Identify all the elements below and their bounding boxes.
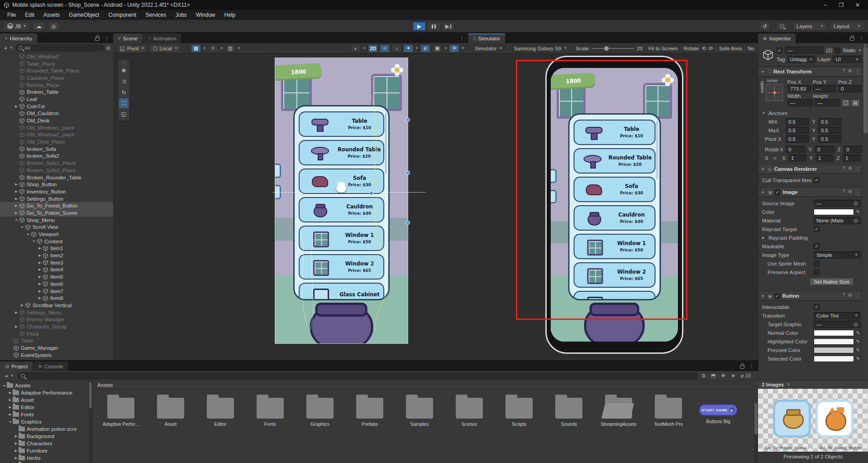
hierarchy-item[interactable]: Settings_Menu bbox=[0, 309, 113, 316]
rotation-x-field[interactable]: 0 bbox=[786, 146, 806, 153]
kebab-menu-icon[interactable]: ⋮ bbox=[855, 166, 861, 172]
game-canvas[interactable]: 1800 Table Price: $10 bbox=[275, 58, 408, 343]
foldout-arrow-icon[interactable]: ▶ bbox=[762, 236, 767, 240]
interactable-checkbox[interactable] bbox=[814, 304, 820, 310]
expand-arrow-icon[interactable] bbox=[14, 456, 19, 460]
pivot-dropdown[interactable]: ◱ Pivot▼ bbox=[117, 44, 148, 53]
menu-item[interactable]: Component bbox=[104, 10, 141, 20]
gizmos-dropdown-caret[interactable]: ▼ bbox=[461, 46, 465, 50]
foldout-arrow-icon[interactable]: ▼ bbox=[761, 70, 766, 73]
hierarchy-item[interactable]: Viewport bbox=[0, 231, 113, 238]
anchor-max-x-field[interactable]: 0.5 bbox=[786, 127, 809, 134]
rect-transform-header[interactable]: ▼ ⛶ Rect Transform ?⚙⋮ bbox=[758, 67, 868, 77]
hierarchy-item[interactable]: Item7 bbox=[0, 288, 113, 295]
foldout-arrow-icon[interactable]: ▼ bbox=[761, 294, 766, 298]
minimize-button[interactable]: – bbox=[824, 2, 827, 8]
kebab-menu-icon[interactable]: ⋮ bbox=[855, 68, 861, 75]
layer-dropdown[interactable]: UI▼ bbox=[833, 56, 862, 63]
asset-tile[interactable]: TextMesh Pro bbox=[646, 394, 691, 427]
highlighted-color-swatch[interactable] bbox=[814, 338, 854, 345]
shop-item-card[interactable]: Glass Cabinet bbox=[299, 283, 385, 301]
height-field[interactable]: — bbox=[815, 99, 840, 106]
scene-audio-muted-icon[interactable]: ♪ bbox=[391, 44, 401, 53]
presets-icon[interactable]: ⚙ bbox=[848, 166, 852, 172]
hidden-count-icon[interactable]: ⌀ 33 bbox=[741, 373, 751, 379]
asset-tile[interactable]: Scripts bbox=[496, 394, 542, 427]
hierarchy-item[interactable]: Broken_Table bbox=[0, 88, 113, 96]
foldout-arrow-icon[interactable]: ▼ bbox=[761, 168, 766, 171]
grid-dropdown-caret[interactable]: ▼ bbox=[203, 46, 206, 50]
camera-settings-icon[interactable]: ▣ bbox=[432, 44, 442, 53]
hierarchy-item[interactable]: Scroll View bbox=[0, 224, 113, 231]
rotation-z-field[interactable]: 0 bbox=[844, 146, 863, 153]
hierarchy-search-input[interactable]: All bbox=[15, 44, 104, 51]
hierarchy-item[interactable]: Go_To_Forest_Button bbox=[0, 202, 113, 209]
hierarchy-item[interactable]: Item3 bbox=[0, 259, 113, 266]
static-dropdown-caret[interactable]: ▼ bbox=[858, 48, 862, 53]
preview-header[interactable]: 2 Images▼ bbox=[758, 380, 868, 389]
folder-tree-item[interactable]: Editor bbox=[0, 404, 89, 411]
expand-arrow-icon[interactable] bbox=[14, 204, 19, 207]
expand-arrow-icon[interactable] bbox=[25, 233, 31, 236]
safe-area-button[interactable]: Safe Area bbox=[719, 46, 742, 51]
shop-item-card[interactable]: Window 1 Price: $50 bbox=[299, 226, 385, 251]
folder-tree-item[interactable]: Furniture bbox=[0, 447, 89, 454]
color-swatch[interactable] bbox=[814, 209, 854, 215]
package-filter-icon[interactable]: ⬒ bbox=[711, 373, 715, 379]
asset-tile[interactable]: START GAME Buttons Big bbox=[696, 394, 741, 424]
scene-lighting-icon[interactable]: ⌾ bbox=[380, 44, 390, 53]
source-image-field[interactable]: —◉ bbox=[814, 200, 861, 207]
menu-item[interactable]: Services bbox=[141, 10, 171, 20]
expand-arrow-icon[interactable] bbox=[37, 268, 43, 271]
expand-arrow-icon[interactable] bbox=[14, 183, 19, 186]
tab-project[interactable]: ▤ Project bbox=[0, 362, 33, 371]
tag-dropdown[interactable]: Untagg▼ bbox=[787, 56, 816, 63]
hierarchy-options-icon[interactable]: ▦ bbox=[106, 45, 110, 50]
eyedropper-icon[interactable]: ✎ bbox=[855, 330, 861, 335]
tab-scene[interactable]: # Scene bbox=[113, 34, 143, 43]
simulator-viewport[interactable]: 1800 Table bbox=[468, 54, 758, 360]
hierarchy-item[interactable]: broken_Sofa2 bbox=[0, 153, 113, 160]
rotation-y-field[interactable]: 0 bbox=[815, 146, 835, 153]
step-button[interactable]: ▶ bbox=[442, 22, 455, 31]
hierarchy-item[interactable]: Old_Window2_place bbox=[0, 131, 113, 139]
view-hand-tool[interactable]: ✥ bbox=[119, 66, 129, 76]
rotate-cw-icon[interactable]: ⟳ bbox=[709, 45, 713, 52]
drag-handle-icon[interactable]: ⠿ bbox=[119, 61, 129, 65]
width-field[interactable]: — bbox=[787, 99, 813, 106]
shop-item-card[interactable]: Rounded Table Price: $20 bbox=[299, 140, 385, 165]
raw-edit-button[interactable]: R bbox=[851, 99, 860, 107]
expand-arrow-icon[interactable] bbox=[8, 420, 13, 424]
raycast-target-checkbox[interactable] bbox=[814, 226, 820, 232]
menu-item[interactable]: Edit bbox=[20, 10, 39, 20]
hierarchy-item[interactable]: Table_Place bbox=[0, 60, 113, 68]
expand-arrow-icon[interactable] bbox=[37, 282, 43, 286]
hierarchy-item[interactable]: Item5 bbox=[0, 273, 113, 280]
foldout-arrow-icon[interactable]: ▼ bbox=[762, 111, 767, 115]
menu-item[interactable]: Window bbox=[191, 10, 220, 20]
pivot-y-field[interactable]: 0.5 bbox=[818, 135, 842, 143]
hierarchy-item[interactable]: Item6 bbox=[0, 280, 113, 288]
account-button[interactable]: JB▼ bbox=[4, 22, 30, 31]
folder-tree-item[interactable]: Animation potion scre bbox=[0, 425, 89, 433]
hierarchy-item[interactable]: Settings_Button bbox=[0, 195, 113, 203]
tab-animation[interactable]: ◔ Animation bbox=[143, 34, 181, 43]
canvas-renderer-header[interactable]: ▼ ◎ Canvas Renderer ?⚙⋮ bbox=[758, 164, 868, 174]
selected-color-swatch[interactable] bbox=[814, 356, 854, 362]
menu-item[interactable]: Assets bbox=[39, 10, 64, 20]
target-graphic-field[interactable]: —◉ bbox=[814, 321, 861, 328]
hierarchy-item[interactable]: Enemy Manager bbox=[0, 316, 113, 323]
component-enabled-checkbox[interactable] bbox=[774, 189, 780, 195]
hierarchy-item[interactable]: Inventory_Button bbox=[0, 188, 113, 195]
presets-icon[interactable]: ⚙ bbox=[848, 293, 852, 299]
menu-item[interactable]: GameObject bbox=[64, 10, 104, 20]
normal-color-swatch[interactable] bbox=[814, 330, 854, 336]
asset-tile[interactable]: Asset bbox=[148, 394, 193, 427]
expand-arrow-icon[interactable] bbox=[14, 449, 19, 453]
cull-transparent-mesh-checkbox[interactable] bbox=[814, 177, 820, 183]
shop-scrollbar[interactable] bbox=[385, 113, 386, 293]
pos-z-field[interactable]: 0 bbox=[838, 85, 862, 92]
hierarchy-item[interactable]: Rounded_Table_Place bbox=[0, 67, 113, 74]
kebab-menu-icon[interactable]: ⋮ bbox=[859, 35, 864, 41]
lock-icon[interactable] bbox=[740, 365, 744, 369]
